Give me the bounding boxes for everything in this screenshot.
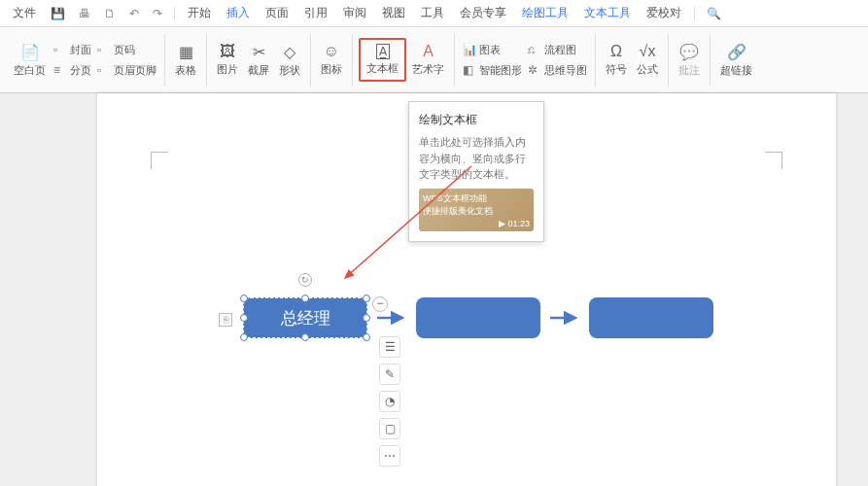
search-icon[interactable]: 🔍	[703, 7, 725, 20]
resize-handle[interactable]	[363, 333, 370, 341]
tab-ref[interactable]: 引用	[299, 3, 332, 23]
flowchart-button[interactable]: ⎌流程图	[526, 42, 589, 58]
shape-float-toolbar: ☰ ✎ ◔ ▢ ⋯	[379, 336, 400, 467]
flowchart-shape[interactable]	[589, 297, 713, 338]
shape-more-button[interactable]: ⋯	[379, 445, 400, 467]
hyperlink-button[interactable]: 🔗超链接	[716, 41, 756, 80]
icon-button[interactable]: ☺图标	[317, 41, 346, 79]
save-icon[interactable]: 💾	[47, 7, 69, 20]
tab-insert[interactable]: 插入	[222, 3, 255, 23]
rotate-handle[interactable]: ↻	[298, 273, 312, 287]
document-page[interactable]: 绘制文本框 单击此处可选择插入内容为横向、竖向或多行文字类型的文本框。 WPS文…	[97, 93, 836, 486]
tab-member[interactable]: 会员专享	[455, 3, 511, 23]
resize-handle[interactable]	[301, 295, 309, 302]
mindmap-button[interactable]: ✲思维导图	[526, 62, 589, 79]
cover-button[interactable]: ▫封面	[52, 42, 93, 58]
resize-handle[interactable]	[240, 333, 248, 341]
shapes-button[interactable]: ◇形状	[275, 41, 304, 80]
margin-corner	[151, 152, 168, 169]
tab-review[interactable]: 审阅	[338, 3, 371, 23]
tooltip-body: 单击此处可选择插入内容为横向、竖向或多行文字类型的文本框。	[419, 134, 534, 183]
tab-start[interactable]: 开始	[183, 3, 216, 23]
tooltip-video[interactable]: WPS文本框功能 便捷排版美化文档 ▶ 01:23	[419, 189, 534, 231]
blank-page-label: 空白页	[14, 63, 46, 78]
wordart-button[interactable]: A艺术字	[408, 41, 448, 79]
shape-text: 总经理	[281, 307, 330, 330]
break-button[interactable]: ≡分页	[52, 62, 93, 79]
tab-text-tools[interactable]: 文本工具	[579, 3, 636, 23]
textbox-button[interactable]: A̲文本框	[359, 38, 406, 82]
connector-arrow-icon	[550, 308, 579, 328]
resize-handle[interactable]	[301, 333, 309, 341]
smartart-button[interactable]: ◧智能图形	[461, 62, 524, 79]
comment-button[interactable]: 💬批注	[675, 41, 704, 80]
margin-corner	[765, 152, 782, 169]
tab-drawing[interactable]: 绘图工具	[517, 3, 573, 23]
print-icon[interactable]: 🖶	[75, 7, 94, 20]
tab-tools[interactable]: 工具	[416, 3, 449, 23]
video-duration: ▶ 01:23	[499, 219, 530, 228]
redo-icon[interactable]: ↷	[149, 7, 166, 20]
separator	[174, 7, 175, 20]
resize-handle[interactable]	[363, 295, 370, 302]
resize-handle[interactable]	[240, 295, 248, 302]
blank-page-button[interactable]: 📄空白页	[10, 41, 50, 80]
formula-button[interactable]: √x公式	[633, 41, 662, 79]
pagenum-button[interactable]: ▫页码	[95, 42, 158, 58]
screenshot-button[interactable]: ✂截屏	[244, 41, 273, 80]
anchor-marker: ⎘	[219, 313, 232, 327]
preview-icon[interactable]: 🗋	[100, 7, 120, 20]
chart-button[interactable]: 📊图表	[461, 42, 524, 58]
file-menu[interactable]: 文件	[8, 3, 41, 23]
resize-handle[interactable]	[363, 314, 370, 322]
tab-proof[interactable]: 爱校对	[642, 3, 686, 23]
separator	[694, 7, 695, 20]
tab-view[interactable]: 视图	[377, 3, 410, 23]
layout-options-button[interactable]: ☰	[379, 336, 400, 358]
tooltip-title: 绘制文本框	[419, 112, 534, 128]
header-footer-button[interactable]: ▫页眉页脚	[95, 62, 158, 79]
shape-fill-button[interactable]: ◔	[379, 391, 400, 412]
symbol-button[interactable]: Ω符号	[602, 41, 631, 79]
selected-shape[interactable]: 总经理 ↻ −	[243, 297, 367, 338]
textbox-tooltip: 绘制文本框 单击此处可选择插入内容为横向、竖向或多行文字类型的文本框。 WPS文…	[408, 101, 544, 242]
tab-page[interactable]: 页面	[260, 3, 294, 23]
table-button[interactable]: ▦表格	[171, 41, 200, 80]
resize-handle[interactable]	[240, 314, 248, 322]
video-title: WPS文本框功能 便捷排版美化文档	[423, 192, 530, 218]
flowchart-shape[interactable]	[416, 297, 540, 338]
delete-handle[interactable]: −	[372, 296, 388, 312]
edit-shape-button[interactable]: ✎	[379, 364, 400, 385]
shape-style-button[interactable]: ▢	[379, 418, 400, 439]
undo-icon[interactable]: ↶	[125, 7, 143, 20]
picture-button[interactable]: 🖼图片	[213, 41, 242, 79]
